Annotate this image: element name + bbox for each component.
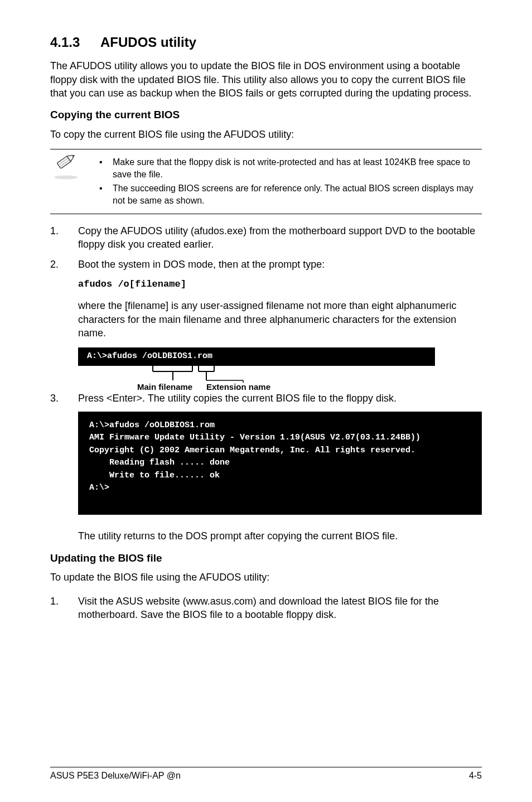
command-text: afudos /o[filename] [78,279,186,289]
copying-lead: To copy the current BIOS file using the … [50,128,482,141]
section-title: 4.1.3AFUDOS utility [50,33,482,51]
steps-list-continued: Press <Enter>. The utility copies the cu… [50,392,482,405]
updating-heading: Updating the BIOS file [50,551,482,566]
updating-steps-list: Visit the ASUS website (www.asus.com) an… [50,595,482,622]
note-item: Make sure that the floppy disk is not wr… [95,156,482,180]
page-footer: ASUS P5E3 Deluxe/WiFi-AP @n 4-5 [50,767,482,782]
terminal-small: A:\>afudos /oOLDBIOS1.rom [78,347,435,365]
after-term-text: The utility returns to the DOS prompt af… [50,529,482,543]
step-1: Copy the AFUDOS utility (afudos.exe) fro… [50,224,482,252]
note-block: Make sure that the floppy disk is not wr… [50,149,482,214]
footer-left: ASUS P5E3 Deluxe/WiFi-AP @n [50,770,181,782]
svg-point-0 [54,176,78,180]
section-number: 4.1.3 [50,33,100,51]
steps-list: Copy the AFUDOS utility (afudos.exe) fro… [50,224,482,272]
intro-paragraph: The AFUDOS utility allows you to update … [50,59,482,100]
terminal-large: A:\>afudos /oOLDBIOS1.rom AMI Firmware U… [78,412,482,515]
explain-paragraph: where the [filename] is any user-assigne… [50,299,482,340]
pencil-icon [50,154,81,180]
footer-right: 4-5 [469,770,482,782]
note-item: The succeeding BIOS screens are for refe… [95,182,482,206]
copying-heading: Copying the current BIOS [50,108,482,122]
step-2: Boot the system in DOS mode, then at the… [50,258,482,271]
step-3: Press <Enter>. The utility copies the cu… [50,392,482,405]
section-title-text: AFUDOS utility [100,35,196,50]
filename-annotation: Main filename Extension name [78,366,435,392]
updating-step-1: Visit the ASUS website (www.asus.com) an… [50,595,482,622]
updating-lead: To update the BIOS file using the AFUDOS… [50,571,482,584]
